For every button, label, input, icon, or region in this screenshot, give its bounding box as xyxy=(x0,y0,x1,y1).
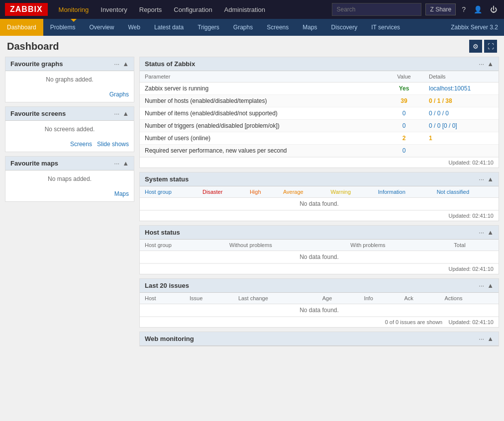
search-input[interactable] xyxy=(332,3,421,16)
favourite-maps-links: Maps xyxy=(5,187,134,201)
host-status-menu-icon[interactable]: ··· xyxy=(479,229,484,236)
nav-triggers[interactable]: Triggers xyxy=(191,19,226,36)
status-zabbix-menu-icon[interactable]: ··· xyxy=(479,60,484,68)
screens-link[interactable]: Screens xyxy=(70,141,92,148)
hostcol-with-problems: With problems xyxy=(345,240,449,251)
row-details[interactable]: 0 / 1 / 38 xyxy=(424,95,499,107)
nav-discovery[interactable]: Discovery xyxy=(324,19,365,36)
favourite-maps-widget: Favourite maps ··· ▲ No maps added. Maps xyxy=(5,156,134,202)
system-status-table: Host group Disaster High Average Warning… xyxy=(140,186,499,210)
syscol-disaster: Disaster xyxy=(198,186,245,198)
web-monitoring-collapse-icon[interactable]: ▲ xyxy=(487,335,494,342)
system-status-collapse-icon[interactable]: ▲ xyxy=(487,175,494,183)
system-status-nodata: No data found. xyxy=(140,198,499,210)
favourite-screens-empty: No screens added. xyxy=(45,126,95,133)
syscol-warning: Warning xyxy=(326,186,373,198)
table-row: Number of items (enabled/disabled/not su… xyxy=(140,107,499,120)
web-monitoring-widget: Web monitoring ··· ▲ xyxy=(139,332,499,346)
slideshows-link[interactable]: Slide shows xyxy=(97,141,129,148)
row-details[interactable]: 0 / 0 [0 / 0] xyxy=(424,120,499,132)
nav-screens[interactable]: Screens xyxy=(260,19,296,36)
favourite-graphs-menu-icon[interactable]: ··· xyxy=(114,60,119,68)
last-20-summary-row: 0 of 0 issues are shown Updated: 02:41:1… xyxy=(140,317,499,327)
row-param: Number of users (online) xyxy=(140,132,384,145)
status-zabbix-collapse-icon[interactable]: ▲ xyxy=(487,60,494,68)
favourite-graphs-body: No graphs added. xyxy=(5,71,134,88)
favourite-screens-collapse-icon[interactable]: ▲ xyxy=(122,110,129,117)
row-param: Number of hosts (enabled/disabled/templa… xyxy=(140,95,384,107)
web-monitoring-menu-icon[interactable]: ··· xyxy=(479,335,484,342)
share-button[interactable]: Z Share xyxy=(425,3,456,15)
status-col-parameter: Parameter xyxy=(140,71,384,83)
power-icon[interactable]: ⏻ xyxy=(488,3,499,15)
web-monitoring-controls: ··· ▲ xyxy=(479,335,494,342)
web-monitoring-title: Web monitoring xyxy=(145,335,194,342)
server-version: Zabbix Server 3.2 xyxy=(445,24,504,31)
settings-icon[interactable]: ⚙ xyxy=(469,40,482,53)
favourite-maps-collapse-icon[interactable]: ▲ xyxy=(122,160,129,167)
fullscreen-icon[interactable]: ⛶ xyxy=(484,40,497,53)
last-20-menu-icon[interactable]: ··· xyxy=(479,282,484,289)
syscol-information: Information xyxy=(373,186,432,198)
nav-dashboard[interactable]: Dashboard xyxy=(0,19,43,36)
issues-col-issue: Issue xyxy=(185,293,233,304)
page-header: Dashboard ⚙ ⛶ xyxy=(0,36,504,57)
favourite-maps-title: Favourite maps xyxy=(10,160,58,167)
nav-latest-data[interactable]: Latest data xyxy=(147,19,191,36)
hostcol-hostgroup: Host group xyxy=(140,240,224,251)
table-row: Required server performance, new values … xyxy=(140,145,499,157)
favourite-screens-links: Screens Slide shows xyxy=(5,138,134,152)
favourite-graphs-collapse-icon[interactable]: ▲ xyxy=(122,60,129,68)
nav-maps[interactable]: Maps xyxy=(296,19,324,36)
favourite-maps-empty: No maps added. xyxy=(48,175,92,182)
row-details[interactable]: localhost:10051 xyxy=(424,83,499,95)
nav-inventory[interactable]: Inventory xyxy=(95,0,133,19)
favourite-graphs-empty: No graphs added. xyxy=(46,76,93,83)
table-row: Number of hosts (enabled/disabled/templa… xyxy=(140,95,499,107)
system-status-header: System status ··· ▲ xyxy=(140,172,499,186)
favourite-screens-header: Favourite screens ··· ▲ xyxy=(5,107,134,121)
nav-web[interactable]: Web xyxy=(121,19,147,36)
help-icon[interactable]: ? xyxy=(460,3,468,15)
host-status-updated: Updated: 02:41:10 xyxy=(140,263,499,274)
zabbix-logo: ZABBIX xyxy=(5,3,48,16)
nav-graphs[interactable]: Graphs xyxy=(226,19,260,36)
row-value: 2 xyxy=(384,132,424,145)
share-icon: Z xyxy=(430,6,433,13)
status-zabbix-updated: Updated: 02:41:10 xyxy=(140,157,499,168)
status-of-zabbix-widget: Status of Zabbix ··· ▲ Parameter Value D… xyxy=(139,57,499,168)
main-layout: Favourite graphs ··· ▲ No graphs added. … xyxy=(0,57,504,351)
user-icon[interactable]: 👤 xyxy=(472,3,484,15)
last-20-collapse-icon[interactable]: ▲ xyxy=(487,282,494,289)
favourite-graphs-title: Favourite graphs xyxy=(10,60,63,68)
system-status-updated: Updated: 02:41:10 xyxy=(140,210,499,221)
nav-it-services[interactable]: IT services xyxy=(364,19,407,36)
favourite-graphs-controls: ··· ▲ xyxy=(114,60,129,68)
table-row: Number of triggers (enabled/disabled [pr… xyxy=(140,120,499,132)
row-value: 0 xyxy=(384,120,424,132)
row-value: 39 xyxy=(384,95,424,107)
hostcol-without-problems: Without problems xyxy=(224,240,345,251)
favourite-maps-menu-icon[interactable]: ··· xyxy=(114,160,119,167)
status-table-header-row: Parameter Value Details xyxy=(140,71,499,83)
row-details xyxy=(424,145,499,157)
row-param: Zabbix server is running xyxy=(140,83,384,95)
row-param: Required server performance, new values … xyxy=(140,145,384,157)
last-20-nodata: No data found. xyxy=(140,304,499,317)
system-status-menu-icon[interactable]: ··· xyxy=(479,175,484,183)
favourite-screens-menu-icon[interactable]: ··· xyxy=(114,110,119,117)
nav-overview[interactable]: Overview xyxy=(82,19,121,36)
nav-monitoring[interactable]: Monitoring xyxy=(53,0,95,19)
row-details[interactable]: 1 xyxy=(424,132,499,145)
main-content: Status of Zabbix ··· ▲ Parameter Value D… xyxy=(139,57,499,346)
row-details[interactable]: 0 / 0 / 0 xyxy=(424,107,499,120)
nav-reports[interactable]: Reports xyxy=(133,0,168,19)
nav-administration[interactable]: Administration xyxy=(218,0,271,19)
row-value: Yes xyxy=(384,83,424,95)
nav-configuration[interactable]: Configuration xyxy=(168,0,218,19)
graphs-link[interactable]: Graphs xyxy=(109,91,129,98)
host-status-title: Host status xyxy=(145,229,180,236)
host-status-collapse-icon[interactable]: ▲ xyxy=(487,229,494,236)
system-status-header-row: Host group Disaster High Average Warning… xyxy=(140,186,499,198)
maps-link[interactable]: Maps xyxy=(114,190,129,197)
